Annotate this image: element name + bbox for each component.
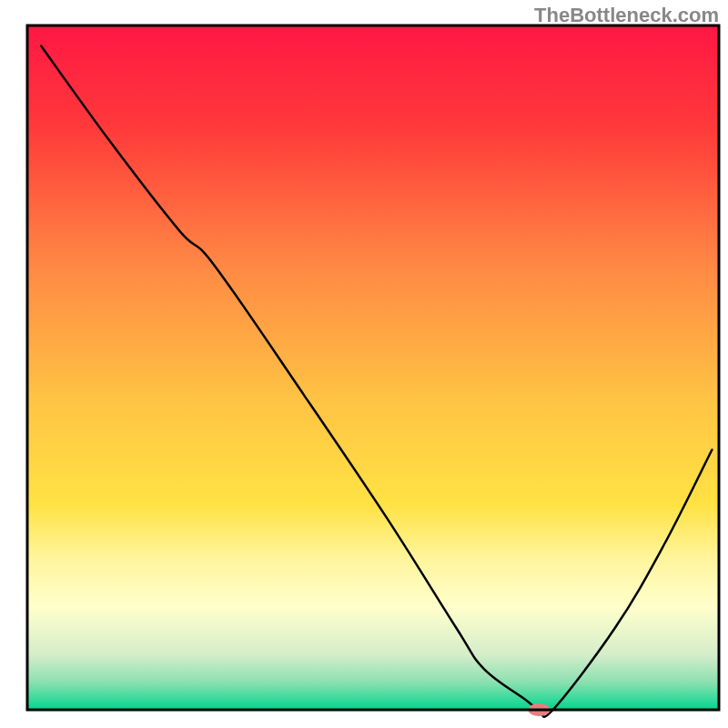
watermark-text: TheBottleneck.com [534, 4, 719, 27]
chart-container: TheBottleneck.com [0, 0, 728, 728]
chart-background [27, 25, 719, 710]
bottleneck-chart [0, 0, 728, 728]
